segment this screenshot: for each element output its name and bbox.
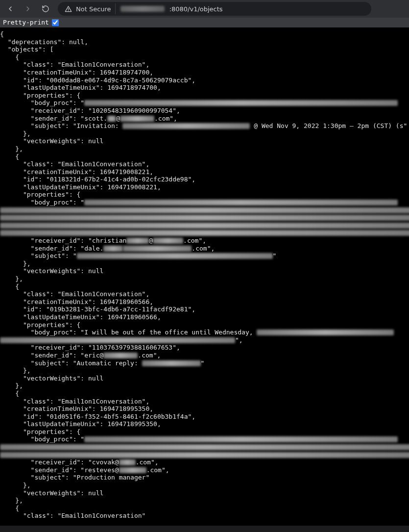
pretty-print-label: Pretty-print <box>3 19 49 26</box>
back-icon[interactable] <box>5 3 16 14</box>
not-secure-label: Not Secure <box>76 5 111 13</box>
address-bar[interactable]: Not Secure :8080/v1/objects <box>58 2 371 16</box>
json-viewer: { "deprecations": null, "objects": [ { "… <box>0 27 409 526</box>
url-host-redacted <box>120 6 165 12</box>
reload-icon[interactable] <box>40 3 51 14</box>
divider <box>115 3 116 14</box>
forward-icon[interactable] <box>23 3 33 14</box>
url-path: :8080/v1/objects <box>169 5 223 13</box>
browser-toolbar: Not Secure :8080/v1/objects <box>0 0 409 18</box>
pretty-print-bar: Pretty-print <box>0 18 409 27</box>
not-secure-icon <box>65 5 72 13</box>
pretty-print-checkbox[interactable] <box>52 19 59 26</box>
